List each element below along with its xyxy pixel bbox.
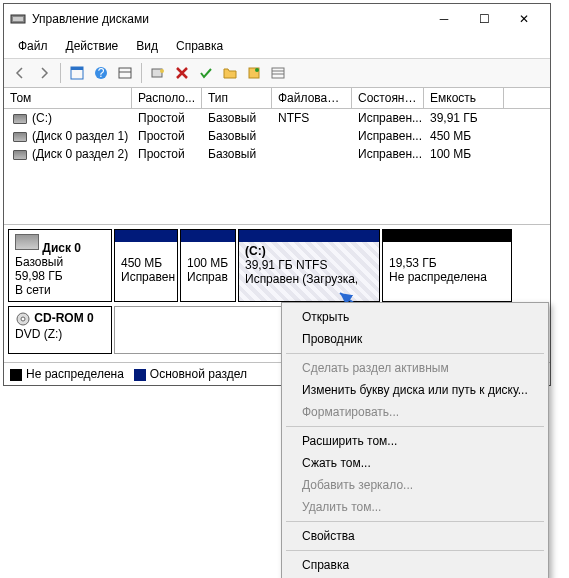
col-layout[interactable]: Располо... bbox=[132, 88, 202, 108]
partition-unallocated[interactable]: 19,53 ГБ Не распределена bbox=[382, 229, 512, 302]
window-title: Управление дисками bbox=[32, 12, 424, 26]
cdrom-title: CD-ROM 0 bbox=[34, 311, 93, 325]
list-icon[interactable] bbox=[267, 62, 289, 84]
disk-row-0: Диск 0 Базовый 59,98 ГБ В сети 450 МБ Ис… bbox=[8, 229, 546, 302]
close-button[interactable]: ✕ bbox=[504, 5, 544, 33]
svg-text:?: ? bbox=[98, 66, 105, 80]
delete-icon[interactable] bbox=[171, 62, 193, 84]
menu-file[interactable]: Файл bbox=[10, 36, 56, 56]
view-button[interactable] bbox=[66, 62, 88, 84]
partition-2[interactable]: 100 МБ Исправ bbox=[180, 229, 236, 302]
legend-primary-icon bbox=[134, 369, 146, 381]
volume-row[interactable]: (Диск 0 раздел 1) Простой Базовый Исправ… bbox=[4, 127, 550, 145]
toolbar-button-5[interactable] bbox=[114, 62, 136, 84]
help-button[interactable]: ? bbox=[90, 62, 112, 84]
titlebar: Управление дисками ─ ☐ ✕ bbox=[4, 4, 550, 34]
legend-unallocated-icon bbox=[10, 369, 22, 381]
svg-point-11 bbox=[255, 68, 259, 72]
ctx-extend[interactable]: Расширить том... bbox=[284, 430, 546, 452]
ctx-props[interactable]: Свойства bbox=[284, 525, 546, 547]
ctx-delete: Удалить том... bbox=[284, 496, 546, 518]
disk-icon bbox=[15, 234, 39, 250]
drive-icon bbox=[13, 150, 27, 160]
svg-rect-6 bbox=[119, 68, 131, 78]
toolbar: ? bbox=[4, 59, 550, 88]
menu-view[interactable]: Вид bbox=[128, 36, 166, 56]
volume-row[interactable]: (Диск 0 раздел 2) Простой Базовый Исправ… bbox=[4, 145, 550, 163]
cdrom-info[interactable]: CD-ROM 0 DVD (Z:) bbox=[8, 306, 112, 354]
toolbar-button-6[interactable] bbox=[147, 62, 169, 84]
ctx-explorer[interactable]: Проводник bbox=[284, 328, 546, 350]
ctx-letter[interactable]: Изменить букву диска или путь к диску... bbox=[284, 379, 546, 401]
volume-list: Том Располо... Тип Файловая с... Состоян… bbox=[4, 88, 550, 225]
folder-icon[interactable] bbox=[219, 62, 241, 84]
menu-action[interactable]: Действие bbox=[58, 36, 127, 56]
context-menu: Открыть Проводник Сделать раздел активны… bbox=[281, 302, 549, 578]
partition-c[interactable]: (C:) 39,91 ГБ NTFS Исправен (Загрузка, bbox=[238, 229, 380, 302]
ctx-open[interactable]: Открыть bbox=[284, 306, 546, 328]
cdrom-icon bbox=[15, 311, 31, 327]
disk-info[interactable]: Диск 0 Базовый 59,98 ГБ В сети bbox=[8, 229, 112, 302]
svg-rect-3 bbox=[71, 67, 83, 70]
app-icon bbox=[10, 11, 26, 27]
drive-icon bbox=[13, 132, 27, 142]
back-button[interactable] bbox=[9, 62, 31, 84]
col-capacity[interactable]: Емкость bbox=[424, 88, 504, 108]
ctx-mirror: Добавить зеркало... bbox=[284, 474, 546, 496]
drive-icon bbox=[13, 114, 27, 124]
svg-point-16 bbox=[21, 317, 25, 321]
ctx-shrink[interactable]: Сжать том... bbox=[284, 452, 546, 474]
col-volume[interactable]: Том bbox=[4, 88, 132, 108]
menubar: Файл Действие Вид Справка bbox=[4, 34, 550, 59]
ctx-format: Форматировать... bbox=[284, 401, 546, 423]
volume-row[interactable]: (C:) Простой Базовый NTFS Исправен... 39… bbox=[4, 109, 550, 127]
maximize-button[interactable]: ☐ bbox=[464, 5, 504, 33]
disk-title: Диск 0 bbox=[42, 241, 81, 255]
ctx-active: Сделать раздел активным bbox=[284, 357, 546, 379]
minimize-button[interactable]: ─ bbox=[424, 5, 464, 33]
toolbar-button-10[interactable] bbox=[243, 62, 265, 84]
ctx-help[interactable]: Справка bbox=[284, 554, 546, 576]
col-fs[interactable]: Файловая с... bbox=[272, 88, 352, 108]
forward-button[interactable] bbox=[33, 62, 55, 84]
col-type[interactable]: Тип bbox=[202, 88, 272, 108]
partition-1[interactable]: 450 МБ Исправен ( bbox=[114, 229, 178, 302]
col-state[interactable]: Состояние bbox=[352, 88, 424, 108]
check-icon[interactable] bbox=[195, 62, 217, 84]
svg-rect-12 bbox=[272, 68, 284, 78]
svg-point-9 bbox=[160, 69, 164, 73]
volume-header: Том Располо... Тип Файловая с... Состоян… bbox=[4, 88, 550, 109]
svg-rect-1 bbox=[13, 17, 23, 21]
menu-help[interactable]: Справка bbox=[168, 36, 231, 56]
